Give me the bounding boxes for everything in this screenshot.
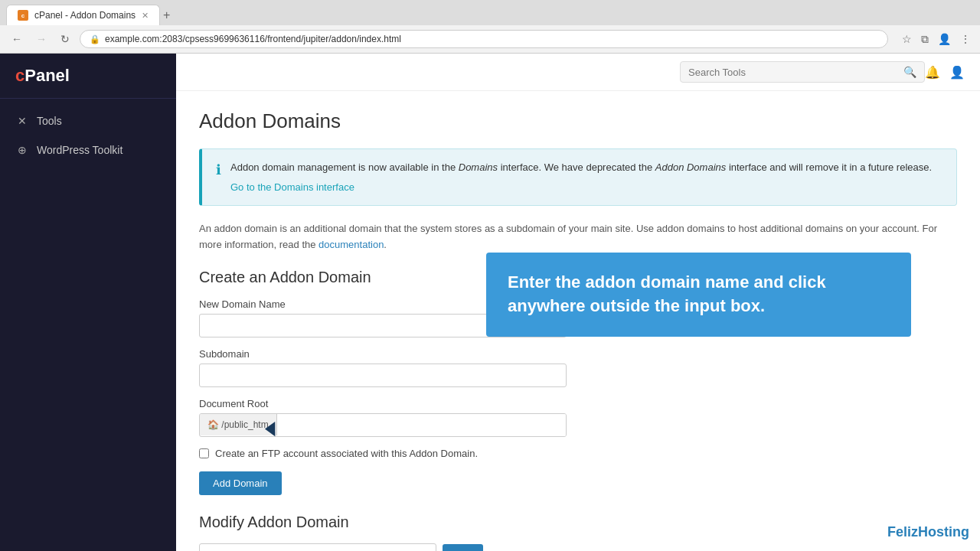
sidebar-logo: cPanel bbox=[0, 54, 176, 99]
info-domains-italic: Domains bbox=[459, 161, 498, 173]
tab-close-btn[interactable]: ✕ bbox=[142, 11, 149, 21]
top-header: 🔍 🔔 👤 bbox=[176, 54, 980, 91]
address-bar: ← → ↻ 🔒 example.com:2083/cpsess969963611… bbox=[0, 25, 980, 53]
menu-btn[interactable]: ⋮ bbox=[959, 31, 972, 47]
sidebar-tools-label: Tools bbox=[37, 115, 62, 127]
header-actions: 🔔 👤 bbox=[925, 65, 965, 80]
modify-search-input[interactable] bbox=[199, 543, 436, 551]
info-icon: ℹ bbox=[216, 161, 221, 178]
desc-text-before: An addon domain is an additional domain … bbox=[199, 223, 937, 250]
info-text-before: Addon domain management is now available… bbox=[230, 161, 459, 173]
document-root-wrapper: 🏠 /public_htm bbox=[199, 413, 567, 437]
modify-search-row: Go bbox=[199, 543, 957, 551]
document-root-group: Document Root 🏠 /public_htm bbox=[199, 398, 957, 437]
info-addon-italic: Addon Domains bbox=[655, 161, 727, 173]
tab-favicon: c bbox=[18, 10, 28, 21]
document-root-prefix: 🏠 /public_htm bbox=[200, 414, 277, 435]
info-text-after: interface and will remove it in a future… bbox=[726, 161, 932, 173]
document-root-input[interactable] bbox=[277, 414, 566, 436]
bookmark-btn[interactable]: ☆ bbox=[900, 31, 913, 47]
back-button[interactable]: ← bbox=[8, 31, 26, 47]
forward-button[interactable]: → bbox=[32, 31, 51, 47]
brand-dot: o bbox=[928, 524, 936, 540]
info-text-middle: interface. We have deprecated the bbox=[498, 161, 655, 173]
add-domain-button[interactable]: Add Domain bbox=[199, 471, 282, 495]
search-tools-bar[interactable]: 🔍 bbox=[680, 61, 925, 83]
tooltip-overlay: Enter the addon domain name and click an… bbox=[486, 253, 911, 337]
notifications-button[interactable]: 🔔 bbox=[925, 65, 940, 80]
document-root-label: Document Root bbox=[199, 398, 957, 409]
reload-button[interactable]: ↻ bbox=[57, 31, 74, 47]
tab-bar: c cPanel - Addon Domains ✕ + bbox=[0, 0, 980, 25]
ftp-checkbox[interactable] bbox=[199, 448, 209, 458]
url-bar[interactable]: 🔒 example.com:2083/cpsess9699636116/fron… bbox=[80, 30, 888, 48]
modify-section-title: Modify Addon Domain bbox=[199, 514, 957, 531]
browser-chrome: c cPanel - Addon Domains ✕ + ← → ↻ 🔒 exa… bbox=[0, 0, 980, 54]
search-tools-input[interactable] bbox=[688, 67, 903, 78]
info-banner: ℹ Addon domain management is now availab… bbox=[199, 148, 957, 206]
browser-icons: ☆ ⧉ 👤 ⋮ bbox=[900, 31, 972, 47]
subdomain-group: Subdomain bbox=[199, 348, 957, 387]
search-icon: 🔍 bbox=[903, 66, 916, 78]
logo-text: cPanel bbox=[15, 66, 70, 85]
url-text: example.com:2083/cpsess9699636116/fronte… bbox=[105, 34, 878, 44]
sidebar-item-wordpress[interactable]: ⊕ WordPress Toolkit bbox=[0, 135, 176, 165]
sidebar-wp-label: WordPress Toolkit bbox=[37, 144, 122, 156]
modify-section: Modify Addon Domain Go Addon Domains Doc… bbox=[199, 514, 957, 551]
active-tab[interactable]: c cPanel - Addon Domains ✕ bbox=[6, 5, 160, 25]
sidebar: cPanel ✕ Tools ⊕ WordPress Toolkit bbox=[0, 54, 176, 551]
ftp-label[interactable]: Create an FTP account associated with th… bbox=[215, 448, 478, 459]
subdomain-input[interactable] bbox=[199, 364, 567, 387]
brand-part2: sting bbox=[936, 524, 969, 540]
brand-part1: FelizH bbox=[887, 524, 928, 540]
tools-icon: ✕ bbox=[15, 114, 29, 128]
sidebar-item-tools[interactable]: ✕ Tools bbox=[0, 106, 176, 135]
subdomain-label: Subdomain bbox=[199, 348, 957, 360]
go-to-domains-link[interactable]: Go to the Domains interface bbox=[230, 180, 932, 195]
account-btn[interactable]: 👤 bbox=[936, 31, 952, 47]
extension-btn[interactable]: ⧉ bbox=[920, 31, 930, 47]
user-button[interactable]: 👤 bbox=[949, 65, 965, 80]
new-tab-button[interactable]: + bbox=[163, 8, 170, 22]
info-banner-text: Addon domain management is now available… bbox=[230, 160, 932, 194]
sidebar-nav: ✕ Tools ⊕ WordPress Toolkit bbox=[0, 99, 176, 172]
ftp-checkbox-row: Create an FTP account associated with th… bbox=[199, 448, 957, 459]
app-container: cPanel ✕ Tools ⊕ WordPress Toolkit 🔍 🔔 👤 bbox=[0, 54, 980, 551]
page-title: Addon Domains bbox=[199, 109, 957, 133]
tab-title: cPanel - Addon Domains bbox=[34, 10, 136, 21]
brand-watermark: FelizHosting bbox=[887, 524, 969, 540]
go-button[interactable]: Go bbox=[443, 544, 483, 551]
tooltip-text: Enter the addon domain name and click an… bbox=[508, 272, 826, 315]
description-text: An addon domain is an additional domain … bbox=[199, 221, 957, 253]
wordpress-icon: ⊕ bbox=[15, 143, 29, 157]
documentation-link[interactable]: documentation bbox=[318, 239, 384, 250]
